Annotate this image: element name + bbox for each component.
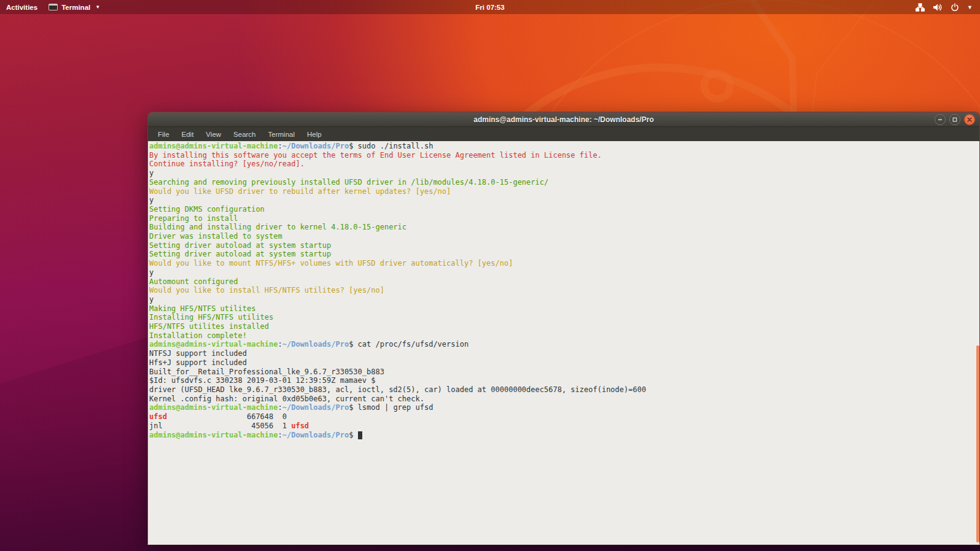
menu-terminal[interactable]: Terminal — [263, 129, 300, 140]
terminal-screen[interactable]: admins@admins-virtual-machine:~/Download… — [148, 141, 979, 544]
top-bar: Activities Terminal ▼ Fri 07:53 ▼ — [0, 0, 980, 14]
clock[interactable]: Fri 07:53 — [0, 4, 980, 11]
terminal-line: Would you like to install HFS/NTFS utili… — [149, 286, 978, 295]
terminal-line: ufsd 667648 0 — [149, 412, 978, 422]
terminal-line: Installing HFS/NTFS utilites — [149, 313, 978, 322]
volume-icon — [933, 3, 943, 12]
terminal-app-icon — [49, 4, 58, 10]
maximize-button[interactable] — [949, 114, 960, 125]
terminal-line: driver (UFSD_HEAD lke_9.6.7_r330530_b883… — [149, 385, 978, 395]
terminal-line: Setting driver autoload at system startu… — [149, 241, 978, 250]
terminal-line: $Id: ufsdvfs.c 330238 2019-03-01 12:39:5… — [149, 376, 978, 385]
terminal-line: Building and installing driver to kernel… — [149, 223, 978, 232]
window-controls — [935, 114, 975, 125]
network-icon — [916, 3, 925, 12]
app-menu-terminal[interactable]: Terminal ▼ — [49, 4, 100, 11]
menu-help[interactable]: Help — [301, 129, 327, 140]
terminal-line: admins@admins-virtual-machine:~/Download… — [149, 340, 978, 349]
menu-view[interactable]: View — [200, 129, 227, 140]
minimize-button[interactable] — [935, 114, 946, 125]
close-button[interactable] — [964, 114, 975, 125]
terminal-window: admins@admins-virtual-machine: ~/Downloa… — [147, 112, 980, 545]
terminal-line: Making HFS/NTFS utilites — [149, 304, 978, 314]
power-icon — [951, 3, 959, 12]
terminal-line: NTFSJ support included — [149, 349, 978, 358]
terminal-line: By installing this software you accept t… — [149, 151, 978, 160]
app-menu-label: Terminal — [61, 4, 90, 11]
terminal-line: Built_for__Retail_Professional_lke_9.6.7… — [149, 368, 978, 377]
terminal-line: admins@admins-virtual-machine:~/Download… — [149, 403, 978, 412]
menu-search[interactable]: Search — [228, 129, 261, 140]
terminal-line: Setting driver autoload at system startu… — [149, 250, 978, 259]
terminal-line: Hfs+J support included — [149, 358, 978, 368]
terminal-line: Preparing to install — [149, 214, 978, 223]
chevron-down-icon: ▼ — [95, 4, 100, 10]
terminal-line: HFS/NTFS utilites installed — [149, 322, 978, 331]
terminal-line: Installation complete! — [149, 331, 978, 341]
terminal-line: Setting DKMS configuration — [149, 205, 978, 214]
terminal-line: Would you like UFSD driver to rebuild af… — [149, 187, 978, 196]
terminal-cursor — [358, 431, 362, 439]
terminal-line: admins@admins-virtual-machine:~/Download… — [149, 142, 978, 151]
terminal-line: y — [149, 295, 978, 304]
window-title: admins@admins-virtual-machine: ~/Downloa… — [473, 115, 653, 124]
chevron-down-icon: ▼ — [967, 4, 973, 10]
system-tray[interactable]: ▼ — [916, 3, 980, 12]
terminal-line: admins@admins-virtual-machine:~/Download… — [149, 431, 978, 440]
terminal-line: y — [149, 169, 978, 178]
terminal-line: Automount configured — [149, 277, 978, 287]
terminal-line: Continue installing? [yes/no/read]. — [149, 160, 978, 169]
terminal-line: Driver was installed to system — [149, 232, 978, 241]
terminal-line: y — [149, 196, 978, 205]
terminal-line: Would you like to mount NTFS/HFS+ volume… — [149, 259, 978, 268]
activities-button[interactable]: Activities — [6, 4, 37, 11]
scrollbar-thumb[interactable] — [976, 345, 979, 542]
terminal-output: admins@admins-virtual-machine:~/Download… — [148, 141, 979, 440]
terminal-line: jnl 45056 1 ufsd — [149, 422, 978, 431]
terminal-line: y — [149, 268, 978, 277]
menu-file[interactable]: File — [152, 129, 175, 140]
window-titlebar[interactable]: admins@admins-virtual-machine: ~/Downloa… — [148, 112, 979, 127]
terminal-line: Kernel .config hash: original 0xd05b0e63… — [149, 395, 978, 404]
menu-edit[interactable]: Edit — [176, 129, 200, 140]
menu-bar: FileEditViewSearchTerminalHelp — [148, 127, 979, 141]
terminal-line: Searching and removing previously instal… — [149, 178, 978, 187]
